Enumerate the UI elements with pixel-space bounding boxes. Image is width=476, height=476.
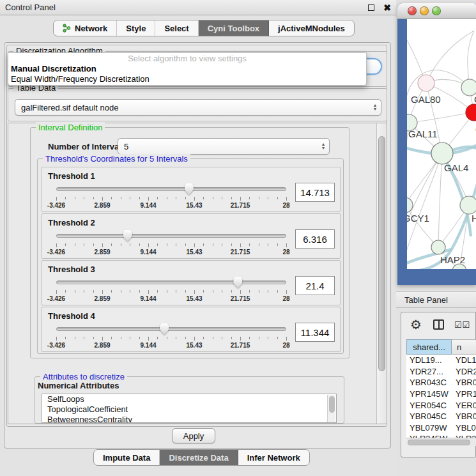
cell-name: YBR0 xyxy=(452,378,476,387)
num-intervals-combobox[interactable]: 5 ▴▾ xyxy=(118,138,330,155)
slider-thumb[interactable] xyxy=(123,230,132,242)
slider-tick xyxy=(139,337,140,339)
threshold-row: -3.4262.8599.14415.4321.7152811.344 xyxy=(47,323,335,351)
table-row[interactable]: YDL19...YDL1 xyxy=(406,355,476,366)
slider-tick xyxy=(139,290,140,293)
attributes-group: Attributes to discretize Numerical Attri… xyxy=(35,376,344,424)
algorithm-option[interactable]: Manual Discretization xyxy=(8,64,366,74)
threshold-label: Threshold 3 xyxy=(48,265,95,274)
slider-tick xyxy=(111,337,112,339)
tab-jactivemnodules[interactable]: jActiveMNodules xyxy=(269,20,354,36)
tab-style[interactable]: Style xyxy=(117,20,155,36)
tick-label: 15.43 xyxy=(186,342,202,349)
vertical-scrollbar[interactable] xyxy=(376,123,387,424)
network-node[interactable] xyxy=(431,142,453,164)
slider-tick xyxy=(93,337,94,339)
mac-close-button[interactable] xyxy=(408,6,417,15)
slider-tick xyxy=(259,290,259,293)
table-data-combobox[interactable]: galFiltered.sif default node ▴▾ xyxy=(15,99,381,116)
list-scrollbar[interactable] xyxy=(327,395,335,423)
columns-icon[interactable] xyxy=(433,319,444,330)
checkboxes-icon[interactable]: ☑☑ xyxy=(454,320,470,330)
gear-icon[interactable]: ⚙ xyxy=(410,318,422,331)
slider-tick xyxy=(84,197,84,199)
tab-label: Impute Data xyxy=(103,453,150,463)
scrollbar-thumb[interactable] xyxy=(378,136,385,371)
network-window-titlebar[interactable] xyxy=(397,3,476,19)
tick-label: 21.715 xyxy=(231,342,250,349)
threshold-panel: Threshold 4-3.4262.8599.14415.4321.71528… xyxy=(42,307,341,352)
cell-shared-name: YER054C xyxy=(406,401,452,410)
network-node-label: GAL11 xyxy=(408,128,438,139)
slider-tick xyxy=(222,290,222,293)
slider-tick xyxy=(231,337,232,339)
network-node[interactable] xyxy=(418,75,434,91)
slider-tick xyxy=(176,337,176,339)
slider-tick xyxy=(176,243,176,246)
tab-impute-data[interactable]: Impute Data xyxy=(94,450,160,465)
threshold-value-field[interactable]: 11.344 xyxy=(295,323,335,342)
mac-minimize-button[interactable] xyxy=(420,6,429,15)
column-header-1[interactable]: shared... xyxy=(406,339,452,355)
tab-network[interactable]: Network xyxy=(54,20,117,36)
attribute-item[interactable]: BetweennessCentrality xyxy=(42,415,336,423)
threshold-slider[interactable]: -3.4262.8599.14415.4321.71528 xyxy=(56,229,286,257)
tab-select[interactable]: Select xyxy=(155,20,198,36)
network-canvas[interactable]: GAL80GCGAL11GAL4GCY1HHAP2 xyxy=(407,19,476,269)
table-row[interactable]: YBR043CYBR0 xyxy=(406,377,476,388)
slider-thumb[interactable] xyxy=(160,323,169,335)
column-header-2[interactable]: n xyxy=(452,339,476,355)
cell-name: YBL0 xyxy=(452,423,476,433)
slider-tick xyxy=(249,243,250,246)
table-row[interactable]: YBL079WYBL0 xyxy=(406,422,476,434)
apply-button[interactable]: Apply xyxy=(172,428,215,443)
threshold-value-field[interactable]: 21.4 xyxy=(295,276,335,295)
attributes-list[interactable]: SelfLoopsTopologicalCoefficientBetweenne… xyxy=(42,394,337,423)
tab-label: Style xyxy=(126,24,146,33)
slider-tick xyxy=(148,337,149,341)
threshold-value-field[interactable]: 6.316 xyxy=(295,229,335,249)
tab-discretize-data[interactable]: Discretize Data xyxy=(160,450,238,465)
combo-arrows-icon: ▴▾ xyxy=(322,142,325,150)
float-window-icon[interactable] xyxy=(368,4,374,11)
horizontal-scrollbar[interactable] xyxy=(406,438,476,446)
attribute-item[interactable]: TopologicalCoefficient xyxy=(42,404,336,415)
table-row[interactable]: YDR27...YDR2 xyxy=(406,366,476,378)
cell-shared-name: YDR27... xyxy=(406,367,452,376)
algorithm-option[interactable]: Equal Width/Frequency Discretization xyxy=(8,74,366,84)
cell-shared-name: YBR045C xyxy=(406,411,452,421)
close-icon[interactable]: ✖ xyxy=(383,3,391,13)
table-row[interactable]: YBR045CYBR0 xyxy=(406,411,476,422)
table-row[interactable]: YER054CYER0 xyxy=(406,399,476,411)
slider-tick xyxy=(286,243,287,247)
list-scrollbar-thumb[interactable] xyxy=(329,396,335,413)
table-panel-title: Table Panel xyxy=(404,295,448,305)
slider-tick xyxy=(176,290,176,293)
threshold-value-field[interactable]: 14.713 xyxy=(295,183,335,202)
tab-infer-network[interactable]: Infer Network xyxy=(238,450,309,465)
slider-tick xyxy=(222,337,222,339)
mac-zoom-button[interactable] xyxy=(432,6,441,15)
threshold-slider[interactable]: -3.4262.8599.14415.4321.71528 xyxy=(56,183,286,211)
threshold-slider[interactable]: -3.4262.8599.14415.4321.71528 xyxy=(56,323,286,351)
tick-label: 28 xyxy=(282,202,289,209)
slider-thumb[interactable] xyxy=(233,277,242,288)
attribute-item[interactable]: SelfLoops xyxy=(42,394,336,404)
tab-cyni-toolbox[interactable]: Cyni Toolbox xyxy=(199,20,269,36)
slider-tick xyxy=(240,290,241,294)
table-row[interactable]: YPR145WYPR1 xyxy=(406,388,476,400)
slider-tick xyxy=(277,337,278,339)
network-node[interactable] xyxy=(431,240,445,254)
table-panel-titlebar: Table Panel xyxy=(396,291,476,308)
network-node[interactable] xyxy=(460,196,476,214)
num-intervals-value: 5 xyxy=(124,142,128,151)
tab-label: Discretize Data xyxy=(169,453,228,463)
network-edge xyxy=(409,112,474,123)
slider-tick xyxy=(185,197,186,199)
tick-label: 28 xyxy=(282,342,289,349)
slider-tick xyxy=(277,243,278,246)
threshold-label: Threshold 2 xyxy=(48,218,95,227)
horizontal-scrollbar-thumb[interactable] xyxy=(408,440,470,445)
slider-thumb[interactable] xyxy=(185,183,194,195)
threshold-slider[interactable]: -3.4262.8599.14415.4321.71528 xyxy=(56,276,286,304)
